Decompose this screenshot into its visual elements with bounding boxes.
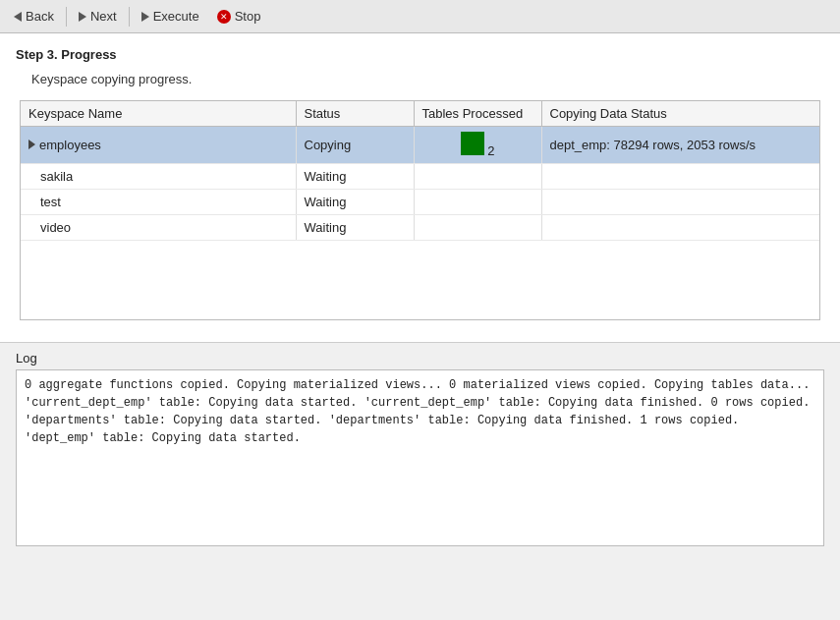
keyspace-name-cell: video xyxy=(21,215,296,241)
table-row[interactable]: videoWaiting xyxy=(21,215,819,241)
main-content: Step 3. Progress Keyspace copying progre… xyxy=(0,33,840,343)
table-row[interactable]: testWaiting xyxy=(21,190,819,215)
status-cell: Waiting xyxy=(296,164,414,190)
stop-label: Stop xyxy=(235,9,261,24)
stop-icon xyxy=(217,10,231,24)
log-box[interactable]: 0 aggregate functions copied. Copying ma… xyxy=(16,369,824,546)
tables-processed-cell xyxy=(414,190,541,215)
table-header-row: Keyspace Name Status Tables Processed Co… xyxy=(21,101,819,127)
execute-label: Execute xyxy=(153,9,199,24)
tables-processed-cell: 2 xyxy=(414,127,541,164)
copying-status-cell: dept_emp: 78294 rows, 2053 rows/s xyxy=(541,127,819,164)
step-description: Keyspace copying progress. xyxy=(31,72,824,86)
col-header-tables: Tables Processed xyxy=(414,101,541,127)
keyspace-name-cell: sakila xyxy=(21,164,296,190)
separator-1 xyxy=(66,7,67,27)
execute-button[interactable]: Execute xyxy=(134,6,207,27)
next-button[interactable]: Next xyxy=(71,6,125,27)
keyspace-table: Keyspace Name Status Tables Processed Co… xyxy=(21,101,819,241)
next-icon xyxy=(79,12,86,22)
tables-processed-cell xyxy=(414,164,541,190)
back-button[interactable]: Back xyxy=(6,6,62,27)
log-section: Log 0 aggregate functions copied. Copyin… xyxy=(0,343,840,556)
step-title: Step 3. Progress xyxy=(16,47,824,62)
separator-2 xyxy=(129,7,130,27)
copying-status-cell xyxy=(541,215,819,241)
empty-space xyxy=(21,241,819,319)
next-label: Next xyxy=(90,9,117,24)
status-cell: Waiting xyxy=(296,215,414,241)
keyspace-table-container: Keyspace Name Status Tables Processed Co… xyxy=(20,100,820,320)
expand-arrow-icon xyxy=(28,140,35,149)
col-header-status: Status xyxy=(296,101,414,127)
back-label: Back xyxy=(26,9,54,24)
stop-button[interactable]: Stop xyxy=(209,6,269,27)
copying-status-cell xyxy=(541,190,819,215)
copying-status-cell xyxy=(541,164,819,190)
toolbar: Back Next Execute Stop xyxy=(0,0,840,33)
keyspace-name-cell: test xyxy=(21,190,296,215)
log-label: Log xyxy=(16,351,824,366)
execute-icon xyxy=(141,12,149,22)
table-row[interactable]: sakilaWaiting xyxy=(21,164,819,190)
table-row[interactable]: employeesCopying 2dept_emp: 78294 rows, … xyxy=(21,127,819,164)
col-header-keyspace: Keyspace Name xyxy=(21,101,296,127)
progress-indicator xyxy=(461,132,484,155)
keyspace-name-cell: employees xyxy=(21,127,296,164)
back-icon xyxy=(14,12,22,22)
tables-processed-cell xyxy=(414,215,541,241)
status-cell: Waiting xyxy=(296,190,414,215)
col-header-copying: Copying Data Status xyxy=(541,101,819,127)
status-cell: Copying xyxy=(296,127,414,164)
